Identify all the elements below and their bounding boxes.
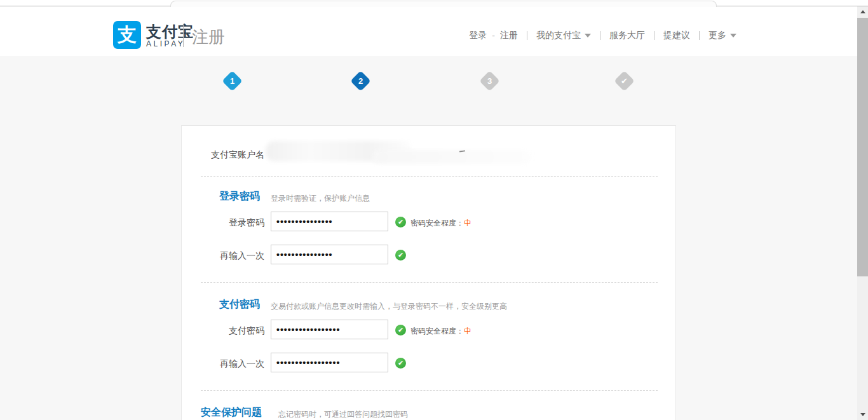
arrow-up-icon <box>860 10 865 13</box>
arrow-down-icon <box>860 413 865 416</box>
step-2-number: 2 <box>353 74 368 88</box>
step-3-marker: 3 <box>479 71 500 91</box>
nav-divider <box>654 31 654 40</box>
login-password-section-desc: 登录时需验证，保护账户信息 <box>271 193 370 204</box>
nav-more-menu[interactable]: 更多 <box>709 30 736 41</box>
valid-check-icon: ✔ <box>395 250 406 261</box>
pay-password-strength: 密码安全程度：中 <box>410 326 471 337</box>
browser-top-strip <box>0 0 868 6</box>
brand-name-en: ALIPAY <box>146 40 194 48</box>
pay-password-confirm-label: 再输入一次 <box>182 358 264 370</box>
strength-label: 密码安全程度： <box>410 219 464 227</box>
valid-check-icon: ✔ <box>395 217 406 227</box>
section-divider <box>201 282 658 283</box>
section-divider <box>201 176 658 177</box>
step-1-marker: 1 <box>222 71 243 91</box>
nav-more-label: 更多 <box>709 30 726 40</box>
account-name-redaction <box>372 150 531 164</box>
step-4-marker: ✔ <box>614 71 635 91</box>
login-password-confirm-input[interactable] <box>271 245 388 264</box>
step-4-check-icon: ✔ <box>617 74 632 88</box>
page-title: 注册 <box>192 26 225 48</box>
nav-register-link[interactable]: 注册 <box>500 30 518 41</box>
alipay-logo-icon: 支 <box>113 21 141 49</box>
login-password-strength: 密码安全程度：中 <box>410 218 471 229</box>
valid-check-icon: ✔ <box>395 358 406 369</box>
pay-password-confirm-input[interactable] <box>271 353 388 372</box>
nav-login-link[interactable]: 登录 <box>469 30 487 41</box>
scrollbar[interactable] <box>857 6 868 420</box>
brand-name-cn: 支付宝 <box>146 24 194 40</box>
top-nav: 登录 - 注册 我的支付宝 服务大厅 提建议 更多 <box>469 30 736 41</box>
step-3-number: 3 <box>482 74 497 88</box>
section-divider <box>201 390 658 391</box>
pay-password-section-desc: 交易付款或账户信息更改时需输入，与登录密码不一样，安全级别更高 <box>271 301 507 312</box>
login-password-section-title: 登录密码 <box>219 190 260 203</box>
pay-password-section-title: 支付密码 <box>219 298 260 311</box>
security-question-section-title: 安全保护问题 <box>201 406 262 419</box>
browser-tab-edge <box>170 1 717 7</box>
registration-form-card: 支付宝账户名 登录密码 登录时需验证，保护账户信息 登录密码 ✔ 密码安全程度：… <box>181 125 676 420</box>
strength-value: 中 <box>464 327 471 335</box>
nav-divider <box>600 31 600 40</box>
login-password-label: 登录密码 <box>182 217 264 229</box>
alipay-brand: 支付宝 ALIPAY <box>146 24 194 48</box>
valid-check-icon: ✔ <box>395 325 406 335</box>
account-name-label: 支付宝账户名 <box>182 149 264 161</box>
login-password-input[interactable] <box>271 212 388 231</box>
scrollbar-thumb[interactable] <box>857 18 868 276</box>
nav-suggestion-link[interactable]: 提建议 <box>663 30 690 41</box>
scroll-down-button[interactable] <box>857 409 868 420</box>
nav-service-hall-link[interactable]: 服务大厅 <box>609 30 645 41</box>
security-question-section-desc: 忘记密码时，可通过回答问题找回密码 <box>278 409 408 420</box>
chevron-down-icon <box>585 34 591 37</box>
strength-value: 中 <box>464 219 471 227</box>
pay-password-input[interactable] <box>271 320 388 339</box>
nav-my-alipay-label: 我的支付宝 <box>536 30 581 40</box>
logo-divider <box>183 24 184 47</box>
step-2-marker: 2 <box>350 71 371 91</box>
nav-dash: - <box>492 30 495 41</box>
step-1-number: 1 <box>225 74 240 88</box>
nav-my-alipay-menu[interactable]: 我的支付宝 <box>536 30 591 41</box>
pay-password-label: 支付密码 <box>182 325 264 337</box>
strength-label: 密码安全程度： <box>410 327 464 335</box>
chevron-down-icon <box>730 34 736 37</box>
header: 支 支付宝 ALIPAY 注册 登录 - 注册 我的支付宝 服务大厅 提建议 更… <box>0 7 857 56</box>
scroll-up-button[interactable] <box>857 6 868 17</box>
nav-divider <box>699 31 700 40</box>
login-password-confirm-label: 再输入一次 <box>182 250 264 262</box>
nav-divider <box>527 31 527 40</box>
